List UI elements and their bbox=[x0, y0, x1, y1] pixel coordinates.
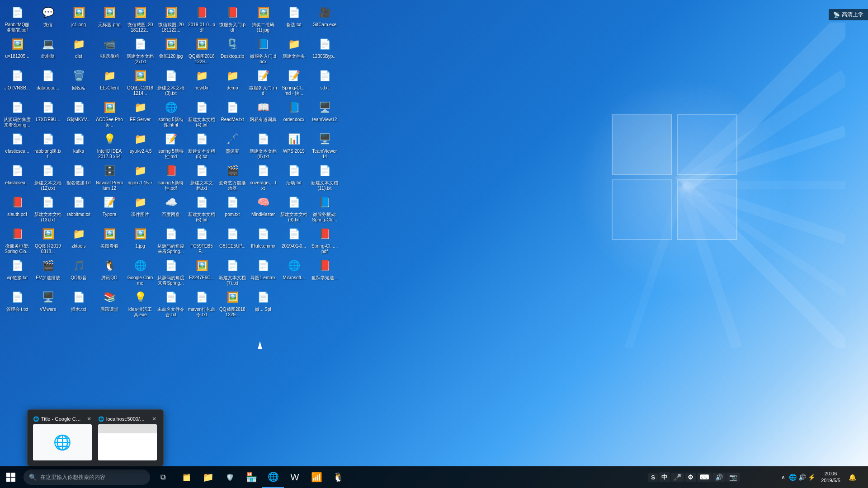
desktop-icon[interactable]: 📝 Typora bbox=[94, 192, 124, 224]
desktop-icon[interactable]: 📄 FC59FEB5F... bbox=[187, 224, 217, 255]
desktop-icon[interactable]: 🗄️ Navicat Premium 12 bbox=[94, 160, 124, 192]
desktop-icon[interactable]: 📘 order.docx bbox=[279, 97, 309, 129]
ime-mic-icon[interactable]: 🎤 bbox=[671, 473, 684, 482]
desktop-icon[interactable]: 📄 maven打包命令.txt bbox=[187, 287, 217, 319]
desktop-icon[interactable]: 🖼️ 无标题.png bbox=[94, 2, 124, 34]
tooltip-preview[interactable]: 🌐 bbox=[33, 424, 92, 460]
desktop-icon[interactable]: 📖 网易有道词典 bbox=[248, 97, 278, 129]
desktop-icon[interactable]: 📁 EE-Client bbox=[94, 66, 124, 97]
desktop-icon[interactable]: 🖼️ 鲁班120.jpg bbox=[156, 34, 186, 66]
desktop-icon[interactable]: 📚 腾讯课堂 bbox=[94, 287, 124, 319]
desktop-icon[interactable]: 📄 从源码的角度来看Spring... bbox=[156, 255, 186, 287]
desktop-icon[interactable]: 💡 idea-激活工具.exe bbox=[125, 287, 155, 319]
desktop-icon[interactable]: 💻 此电脑 bbox=[33, 34, 63, 66]
desktop-icon[interactable]: 🖼️ 微信截图_20181122... bbox=[156, 2, 186, 34]
desktop-icon[interactable]: 📄 rabbitmq.txt bbox=[64, 192, 94, 224]
desktop-icon[interactable]: 🖼️ 微信截图_20181122... bbox=[125, 2, 155, 34]
desktop-icon[interactable]: 📝 微服务入门.md bbox=[248, 66, 278, 97]
desktop-icon[interactable]: 📄 G8JEE5UP... bbox=[217, 224, 247, 255]
desktop-icon[interactable]: 🌐 Microsoft... bbox=[279, 255, 309, 287]
desktop-icon[interactable]: 📁 newDir bbox=[187, 66, 217, 97]
desktop-icon[interactable]: 📁 EE-Server bbox=[125, 97, 155, 129]
desktop-icon[interactable]: 📕 sleuth.pdf bbox=[2, 192, 32, 224]
desktop-icon[interactable]: 📄 J'O (VNSB... bbox=[2, 66, 32, 97]
desktop-icon[interactable]: 📄 报名链接.txt bbox=[64, 160, 94, 192]
desktop-icon[interactable]: 🎥 GifCam.exe bbox=[310, 2, 340, 34]
desktop-icon[interactable]: 📄 新建文本文档(5).txt bbox=[187, 129, 217, 160]
desktop-icon[interactable]: 🖼️ QQ截图20181229... bbox=[217, 287, 247, 319]
desktop-icon[interactable]: 📝 spring 5新特性.md bbox=[156, 129, 186, 160]
desktop-icon[interactable]: 🧠 MindMaster bbox=[248, 192, 278, 224]
desktop-icon[interactable]: 📁 nginx-1.15.7 bbox=[125, 160, 155, 192]
desktop-icon[interactable]: 🖥️ VMware bbox=[33, 287, 63, 319]
ime-keyboard-icon[interactable]: ⌨ bbox=[697, 473, 712, 482]
desktop-icon[interactable]: 📄 管理会 t.txt bbox=[2, 287, 32, 319]
ime-settings-icon[interactable]: ⚙ bbox=[685, 473, 696, 482]
desktop-icon[interactable]: 📕 微服务入门.pdf bbox=[217, 2, 247, 34]
corner-button[interactable]: 📡 高清上学 bbox=[829, 9, 868, 20]
desktop-icon[interactable]: ☁️ 百度网盘 bbox=[156, 192, 186, 224]
desktop-icon[interactable]: 💡 IntelliJ IDEA 2017.3 x64 bbox=[94, 129, 124, 160]
desktop-icon[interactable]: 📄 12306Byp... bbox=[310, 34, 340, 66]
desktop-icon[interactable]: 📁 课件图片 bbox=[125, 192, 155, 224]
desktop-icon[interactable]: 🎵 QQ影音 bbox=[64, 255, 94, 287]
desktop-icon[interactable]: 🖼️ 美图看看 bbox=[94, 224, 124, 255]
start-button[interactable] bbox=[0, 466, 22, 488]
desktop-icon[interactable]: 📁 新建文件夹 bbox=[279, 34, 309, 66]
taskbar-app-腾讯[interactable]: 🐧 bbox=[327, 466, 349, 488]
desktop-icon[interactable]: 📄 新建文本文档.txt bbox=[187, 160, 217, 192]
desktop-icon[interactable]: 📄 G$)MKYV... bbox=[64, 97, 94, 129]
desktop-icon[interactable]: 📄 pom.txt bbox=[217, 192, 247, 224]
desktop-icon[interactable]: 📄 新建文本文档(2).txt bbox=[125, 34, 155, 66]
notification-icon[interactable]: ∧ bbox=[779, 473, 787, 481]
desktop-icon[interactable]: 📄 从源码的角度来看Spring... bbox=[156, 224, 186, 255]
desktop-icon[interactable]: 🖼️ F2247F6C... bbox=[187, 255, 217, 287]
desktop-icon[interactable]: 📄 新建文本文档(8).txt bbox=[248, 129, 278, 160]
desktop-icon[interactable]: 📄 新建文本文档(13).txt bbox=[33, 192, 63, 224]
ime-s-button[interactable]: S bbox=[648, 473, 658, 482]
desktop-icon[interactable]: 📄 2019-01-0... bbox=[279, 224, 309, 255]
desktop-icon[interactable]: 📄 新建文本文档(11).txt bbox=[310, 160, 340, 192]
tooltip-close-button[interactable]: ✕ bbox=[85, 415, 93, 422]
desktop-icon[interactable]: 📄 新建文本文档(7).txt bbox=[217, 255, 247, 287]
search-input[interactable] bbox=[40, 474, 131, 480]
desktop-icon[interactable]: 📄 新建文本文档(12).txt bbox=[33, 160, 63, 192]
desktop-icon[interactable]: 🐧 腾讯QQ bbox=[94, 255, 124, 287]
desktop-icon[interactable]: 📄 从源码的角度来看Spring... bbox=[2, 97, 32, 129]
desktop-icon[interactable]: 🖼️ 抽奖二维码(1).jpg bbox=[248, 2, 278, 34]
desktop-icon[interactable]: 📄 未命名文件令合.txt bbox=[156, 287, 186, 319]
ime-speaker-icon[interactable]: 🔊 bbox=[712, 473, 726, 482]
desktop-icon[interactable]: 📄 IRuIe.emmx bbox=[248, 224, 278, 255]
desktop-icon[interactable]: 📕 2019-01-0...pdf bbox=[187, 2, 217, 34]
desktop-icon[interactable]: 📘 微服务入门.docx bbox=[248, 34, 278, 66]
desktop-icon[interactable]: 🎬 EV加速播放 bbox=[33, 255, 63, 287]
desktop-icon[interactable]: 📁 layui-v2.4.5 bbox=[125, 129, 155, 160]
battery-icon[interactable]: ⚡ bbox=[808, 474, 816, 481]
desktop-icon[interactable]: 🖼️ u=181205... bbox=[2, 34, 32, 66]
desktop-icon[interactable]: 📝 Spring-Cl...: md - 快... bbox=[279, 66, 309, 97]
desktop-icon[interactable]: 🖥️ TeamViewer 14 bbox=[310, 129, 340, 160]
desktop-icon[interactable]: 🗜️ Desktop.zip bbox=[217, 34, 247, 66]
desktop-icon[interactable]: 📄 微... Spi bbox=[248, 287, 278, 319]
taskbar-app-wps[interactable]: W bbox=[284, 466, 306, 488]
desktop-icon[interactable]: 📄 rabbitmq课.txt bbox=[33, 129, 63, 160]
taskbar-app-文件管理器[interactable]: 🗂️ bbox=[175, 466, 197, 488]
desktop-icon[interactable]: 📄 vip链接.txt bbox=[2, 255, 32, 287]
taskbar-app-蓝牙[interactable]: 📶 bbox=[306, 466, 327, 488]
desktop-icon[interactable]: 📄 datauoau... bbox=[33, 66, 63, 97]
desktop-icon[interactable]: 🖼️ ACDSee Photo... bbox=[94, 97, 124, 129]
desktop-icon[interactable]: 📄 导图1.emmx bbox=[248, 255, 278, 287]
task-view-button[interactable]: ⧉ bbox=[152, 466, 174, 488]
desktop-icon[interactable]: 📕 spring 5新特性.pdf bbox=[156, 160, 186, 192]
desktop-icon[interactable]: 📕 Spring-Cl...: .pdf bbox=[310, 224, 340, 255]
desktop-icon[interactable]: 📄 新建文本文档(9).txt bbox=[279, 192, 309, 224]
desktop-icon[interactable]: 📁 zktools bbox=[64, 224, 94, 255]
desktop-icon[interactable]: 🖼️ QQ图片20190318... bbox=[33, 224, 63, 255]
desktop-icon[interactable]: 📄 活动.txt bbox=[279, 160, 309, 192]
desktop-icon[interactable]: 📄 插木.txt bbox=[64, 287, 94, 319]
tooltip-preview[interactable] bbox=[98, 424, 157, 460]
desktop-icon[interactable]: 🖼️ QQ图片20181214... bbox=[125, 66, 155, 97]
ime-camera-icon[interactable]: 📷 bbox=[726, 473, 740, 482]
desktop-icon[interactable]: 📄 elasticsea... bbox=[2, 129, 32, 160]
desktop-icon[interactable]: 🖼️ 1.jpg bbox=[125, 224, 155, 255]
